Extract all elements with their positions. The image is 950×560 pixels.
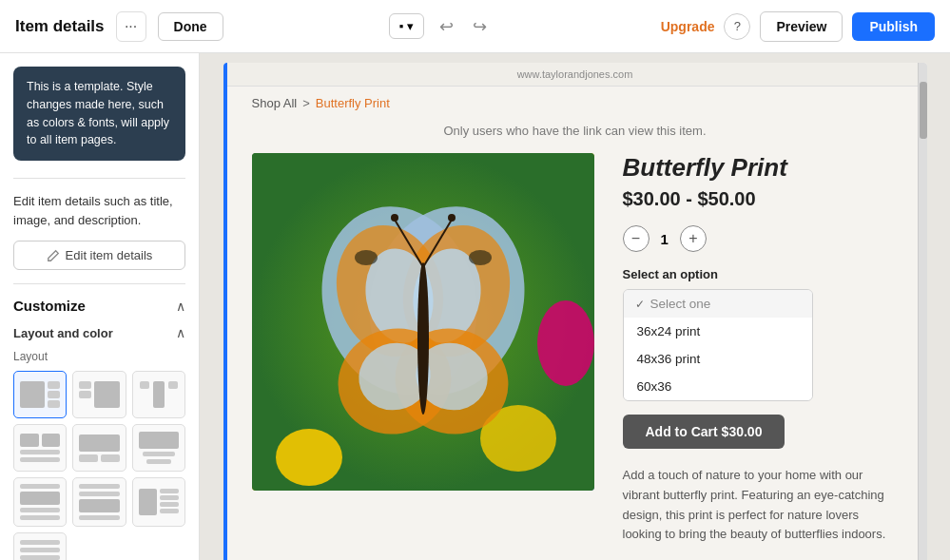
- add-to-cart-button[interactable]: Add to Cart $30.00: [623, 415, 785, 449]
- quantity-increase-button[interactable]: +: [680, 225, 707, 252]
- page-title: Item details: [15, 17, 105, 36]
- svg-point-19: [391, 214, 398, 222]
- left-panel: This is a template. Style changes made h…: [0, 53, 200, 560]
- layout-grid: [13, 371, 185, 560]
- breadcrumb-separator: >: [302, 96, 310, 110]
- edit-item-text: Edit item details such as title, image, …: [13, 192, 185, 229]
- option-dropdown[interactable]: ✓ Select one 36x24 print 48x36 print 60x…: [623, 289, 813, 401]
- layout-option-9[interactable]: [132, 477, 185, 527]
- topbar-right: Upgrade ? Preview Publish: [661, 11, 935, 42]
- layout-option-5[interactable]: [72, 424, 126, 472]
- layout-color-chevron-icon: ∧: [176, 325, 185, 340]
- layout-color-label: Layout and color: [13, 326, 113, 340]
- layout-option-4[interactable]: [13, 424, 67, 472]
- quantity-decrease-button[interactable]: −: [623, 225, 649, 252]
- layout-option-1[interactable]: [13, 371, 67, 418]
- product-image-wrap: [252, 153, 594, 560]
- dropdown-wrap: ✓ Select one 36x24 print 48x36 print 60x…: [623, 289, 899, 401]
- check-icon: ✓: [635, 298, 645, 311]
- divider-1: [13, 178, 185, 179]
- dropdown-placeholder: Select one: [650, 297, 711, 311]
- more-options-button[interactable]: ···: [116, 11, 146, 42]
- chevron-down-icon: ▾: [407, 19, 414, 33]
- topbar-left: Item details ··· Done: [15, 11, 223, 42]
- selected-indicator: [223, 63, 227, 560]
- main-layout: This is a template. Style changes made h…: [0, 53, 950, 560]
- upgrade-button[interactable]: Upgrade: [661, 19, 715, 34]
- topbar-center: ▪ ▾ ↩ ↪: [389, 12, 495, 41]
- edit-item-details-button[interactable]: Edit item details: [13, 241, 185, 270]
- svg-point-3: [537, 300, 594, 386]
- redo-button[interactable]: ↪: [465, 12, 494, 41]
- layout-option-3[interactable]: [132, 371, 185, 418]
- layout-option-empty: [72, 532, 126, 560]
- dropdown-option-2[interactable]: 48x36 print: [624, 345, 812, 373]
- layout-color-header[interactable]: Layout and color ∧: [13, 325, 185, 340]
- done-button[interactable]: Done: [158, 12, 223, 41]
- topbar: Item details ··· Done ▪ ▾ ↩ ↪ Upgrade ? …: [0, 0, 950, 53]
- product-description: Add a touch of nature to your home with …: [623, 466, 899, 545]
- product-price: $30.00 - $50.00: [623, 188, 899, 210]
- preview-frame: www.taylorandjones.com Shop All > Butter…: [223, 63, 927, 560]
- scrollbar-thumb[interactable]: [920, 82, 927, 139]
- customize-section-header[interactable]: Customize ∧: [13, 298, 185, 314]
- svg-point-10: [355, 250, 378, 265]
- link-notice: Only users who have the link can view th…: [223, 120, 927, 153]
- scrollbar[interactable]: [918, 63, 927, 560]
- desktop-icon: ▪: [399, 19, 404, 33]
- breadcrumb-current: Butterfly Print: [316, 96, 390, 110]
- help-button[interactable]: ?: [724, 13, 750, 40]
- select-option-label: Select an option: [623, 267, 899, 281]
- device-selector-button[interactable]: ▪ ▾: [389, 13, 425, 39]
- url-bar: www.taylorandjones.com: [223, 63, 927, 87]
- layout-option-8[interactable]: [72, 477, 126, 527]
- pencil-icon: [47, 249, 60, 262]
- svg-point-20: [448, 214, 456, 222]
- undo-button[interactable]: ↩: [432, 12, 461, 41]
- svg-point-11: [469, 250, 492, 265]
- product-area: Butterfly Print $30.00 - $50.00 − 1 + Se…: [223, 153, 927, 560]
- product-info: Butterfly Print $30.00 - $50.00 − 1 + Se…: [623, 153, 899, 560]
- breadcrumb: Shop All > Butterfly Print: [223, 87, 927, 120]
- customize-chevron-icon: ∧: [176, 299, 185, 314]
- quantity-value: 1: [661, 231, 669, 247]
- layout-label: Layout: [13, 350, 185, 363]
- svg-point-1: [276, 429, 342, 486]
- dropdown-option-1[interactable]: 36x24 print: [624, 318, 812, 345]
- layout-option-7[interactable]: [13, 477, 67, 527]
- publish-button[interactable]: Publish: [852, 12, 935, 41]
- quantity-control: − 1 +: [623, 225, 899, 252]
- breadcrumb-shop-link[interactable]: Shop All: [252, 96, 298, 110]
- template-tooltip: This is a template. Style changes made h…: [13, 67, 185, 161]
- butterfly-svg: [252, 153, 594, 491]
- dropdown-options: 36x24 print 48x36 print 60x36: [624, 318, 812, 400]
- canvas-area: www.taylorandjones.com Shop All > Butter…: [200, 53, 950, 560]
- dropdown-selected: ✓ Select one: [624, 290, 812, 318]
- layout-option-2[interactable]: [72, 371, 126, 418]
- dropdown-option-3[interactable]: 60x36: [624, 373, 812, 400]
- svg-point-16: [417, 262, 429, 415]
- customize-label: Customize: [13, 298, 86, 314]
- layout-option-10[interactable]: [13, 532, 67, 560]
- divider-2: [13, 283, 185, 284]
- product-image: [252, 153, 594, 491]
- product-title: Butterfly Print: [623, 153, 899, 183]
- undo-redo-group: ↩ ↪: [432, 12, 494, 41]
- layout-option-6[interactable]: [132, 424, 185, 472]
- preview-button[interactable]: Preview: [760, 11, 843, 42]
